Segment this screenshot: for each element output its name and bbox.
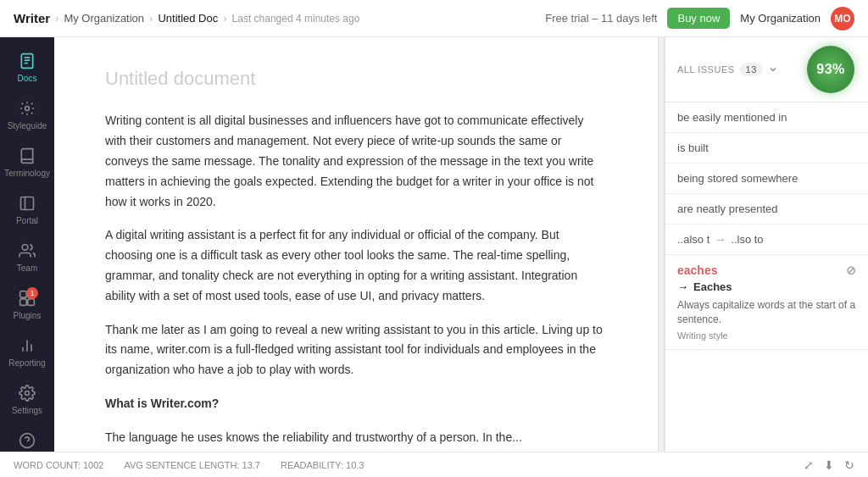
topbar-right: Free trial – 11 days left Buy now My Org… [545, 7, 854, 31]
org-breadcrumb[interactable]: My Organization [64, 12, 144, 25]
issue-item-4[interactable]: are neatly presented [665, 194, 868, 225]
readability-label: READABILITY: 10.3 [281, 460, 364, 470]
issue-item-3[interactable]: being stored somewhere [665, 164, 868, 194]
svg-point-4 [25, 107, 30, 111]
breadcrumb: Writer › My Organization › Untitled Doc … [14, 11, 359, 25]
styleguide-icon [19, 100, 36, 117]
paragraph-1: Writing content is all digital businesse… [105, 111, 607, 212]
issues-count: ALL ISSUES 13 [677, 63, 778, 76]
sidebar-item-portal[interactable]: Portal [0, 188, 54, 232]
sidebar-label-settings: Settings [12, 406, 42, 415]
svg-point-6 [22, 245, 28, 251]
paragraph-5: The language he uses knows the reliabili… [105, 428, 607, 448]
brand-logo: Writer [14, 11, 50, 25]
arrow-right-icon: → [677, 280, 688, 293]
bottom-bar: WORD COUNT: 1002 AVG SENTENCE LENGTH: 13… [0, 452, 868, 477]
suggestion-title: eaches ⊘ [677, 263, 856, 277]
reporting-icon [19, 337, 36, 354]
portal-icon [19, 195, 36, 212]
all-issues-label: ALL ISSUES [677, 64, 735, 75]
issues-count-badge: 13 [740, 63, 763, 76]
chevron-down-icon[interactable] [768, 64, 778, 75]
svg-rect-9 [20, 299, 27, 306]
main-layout: Docs Styleguide Terminology [0, 37, 868, 452]
doc-title-breadcrumb[interactable]: Untitled Doc [158, 12, 218, 25]
refresh-icon[interactable]: ↻ [844, 458, 854, 472]
expand-icon[interactable]: ⤢ [804, 458, 814, 472]
svg-rect-5 [21, 197, 34, 210]
sidebar-item-terminology[interactable]: Terminology [0, 141, 54, 185]
issues-panel: ALL ISSUES 13 93% be easily mentioned in… [665, 37, 868, 452]
topbar: Writer › My Organization › Untitled Doc … [0, 0, 868, 37]
document-content: Untitled document Writing content is all… [105, 63, 607, 448]
word-count-label: WORD COUNT: 1002 [14, 460, 103, 470]
issue-item-1[interactable]: be easily mentioned in [665, 103, 868, 133]
bottom-bar-actions: ⤢ ⬇ ↻ [804, 458, 854, 472]
paragraph-2: A digital writing assistant is a perfect… [105, 225, 607, 306]
paragraph-3: Thank me later as I am going to reveal a… [105, 320, 607, 380]
sidebar: Docs Styleguide Terminology [0, 37, 54, 452]
suggestion-type: Writing style [677, 330, 856, 341]
sidebar-label-portal: Portal [16, 216, 38, 225]
dismiss-icon[interactable]: ⊘ [846, 263, 856, 277]
avatar[interactable]: MO [831, 7, 854, 31]
sidebar-item-team[interactable]: Team [0, 236, 54, 280]
issue-item-5[interactable]: ..also t → ..lso to [665, 225, 868, 255]
org-name: My Organization [740, 12, 821, 25]
sidebar-label-styleguide: Styleguide [8, 121, 47, 130]
sidebar-item-help[interactable]: Help [0, 425, 54, 452]
issues-list: be easily mentioned in is built being st… [665, 103, 868, 452]
svg-point-14 [25, 391, 30, 396]
score-circle: 93% [807, 46, 854, 93]
buy-now-button[interactable]: Buy now [667, 8, 730, 29]
download-icon[interactable]: ⬇ [824, 458, 834, 472]
suggestion-card[interactable]: eaches ⊘ → Eaches Always capitalize word… [665, 255, 868, 350]
panel-resize-handle[interactable] [658, 37, 665, 452]
sidebar-item-reporting[interactable]: Reporting [0, 330, 54, 374]
sidebar-label-docs: Docs [18, 74, 37, 83]
replace-arrow-icon: → [715, 233, 726, 246]
sidebar-item-styleguide[interactable]: Styleguide [0, 93, 54, 137]
help-icon [19, 432, 36, 449]
terminology-icon [19, 147, 36, 164]
plugins-badge: 1 [26, 287, 38, 299]
settings-icon [19, 385, 36, 402]
sidebar-label-plugins: Plugins [14, 311, 42, 320]
sidebar-item-settings[interactable]: Settings [0, 378, 54, 422]
issue-item-2[interactable]: is built [665, 133, 868, 164]
sidebar-item-plugins[interactable]: 1 Plugins [0, 283, 54, 327]
last-changed: Last changed 4 minutes ago [232, 13, 360, 25]
team-icon [19, 242, 36, 259]
suggestion-replacement: → Eaches [677, 280, 856, 293]
sidebar-label-terminology: Terminology [4, 169, 50, 178]
sidebar-label-team: Team [17, 263, 37, 273]
avg-sentence-label: AVG SENTENCE LENGTH: 13.7 [124, 460, 260, 470]
issues-header: ALL ISSUES 13 93% [665, 37, 868, 103]
sidebar-item-docs[interactable]: Docs [0, 46, 54, 90]
document-title: Untitled document [105, 63, 607, 94]
docs-icon [19, 53, 36, 69]
paragraph-4: What is Writer.com? [105, 394, 607, 414]
svg-rect-10 [28, 299, 35, 306]
document-editor[interactable]: Untitled document Writing content is all… [54, 37, 658, 452]
suggestion-description: Always capitalize words at the start of … [677, 298, 856, 327]
trial-text: Free trial – 11 days left [545, 12, 657, 25]
sidebar-label-reporting: Reporting [8, 358, 45, 368]
